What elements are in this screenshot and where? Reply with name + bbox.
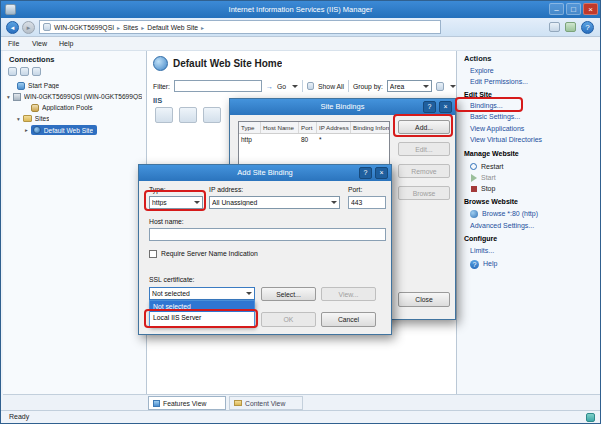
edit-button[interactable]: Edit... xyxy=(398,142,450,156)
breadcrumb-default-web-site[interactable]: Default Web Site xyxy=(147,24,198,31)
expand-icon[interactable]: ▾ xyxy=(7,94,10,100)
action-help[interactable]: Help xyxy=(483,260,497,267)
chevron-down-icon xyxy=(423,85,429,88)
menu-file[interactable]: File xyxy=(8,40,19,47)
view-style-icon[interactable] xyxy=(436,82,444,91)
ssl-certificate-select[interactable]: Not selected xyxy=(149,287,255,300)
column-header[interactable]: IP Address xyxy=(317,122,351,133)
ip-address-select[interactable]: All Unassigned xyxy=(209,196,340,209)
dialog-close-button[interactable]: × xyxy=(375,167,388,179)
connections-toolbar xyxy=(8,67,41,76)
tab-features-view[interactable]: Features View xyxy=(148,396,226,410)
maximize-button[interactable]: □ xyxy=(566,3,581,15)
cell-binding-info xyxy=(351,134,390,145)
tree-item-label: Sites xyxy=(35,115,50,122)
feature-icon[interactable] xyxy=(155,107,173,123)
dialog-help-button[interactable]: ? xyxy=(423,101,436,113)
breadcrumb-separator-icon: ▸ xyxy=(141,24,144,31)
feedback-icon[interactable] xyxy=(565,22,576,32)
ssl-certificate-value: Not selected xyxy=(152,290,244,297)
column-header[interactable]: Type xyxy=(239,122,261,133)
select-button[interactable]: Select... xyxy=(261,287,316,301)
table-row[interactable]: http 80 * xyxy=(239,134,389,145)
divider xyxy=(302,80,303,92)
action-explore[interactable]: Explore xyxy=(470,67,494,74)
breadcrumb-separator-icon: ▸ xyxy=(117,24,120,31)
stop-icon xyxy=(471,186,477,192)
section-heading: IIS xyxy=(153,96,162,105)
go-button[interactable]: Go xyxy=(277,83,286,90)
actions-group-manage-website: Manage Website xyxy=(464,150,519,157)
expand-icon[interactable]: ▾ xyxy=(17,116,20,122)
status-bar: Ready xyxy=(1,410,600,423)
view-button[interactable]: View... xyxy=(321,287,376,301)
connections-header: Connections xyxy=(9,55,54,64)
ok-button[interactable]: OK xyxy=(261,312,316,327)
column-header[interactable]: Binding Informa... xyxy=(351,122,390,133)
ssl-option-local-iis-server[interactable]: Local IIS Server xyxy=(150,312,254,323)
dialog-help-button[interactable]: ? xyxy=(359,167,372,179)
action-edit-permissions[interactable]: Edit Permissions... xyxy=(470,78,528,85)
actions-group-configure: Configure xyxy=(464,235,497,242)
breadcrumb[interactable]: WIN-0GKT5699QSI ▸ Sites ▸ Default Web Si… xyxy=(39,20,441,34)
action-view-virtual-directories[interactable]: View Virtual Directories xyxy=(470,136,542,143)
refresh-icon[interactable] xyxy=(32,67,41,76)
breadcrumb-server[interactable]: WIN-0GKT5699QSI xyxy=(54,24,114,31)
tree-item-sites[interactable]: ▾ Sites xyxy=(3,113,147,124)
port-input[interactable] xyxy=(348,196,386,209)
back-icon[interactable]: ◄ xyxy=(6,21,19,34)
action-limits[interactable]: Limits... xyxy=(470,247,494,254)
breadcrumb-sites[interactable]: Sites xyxy=(123,24,138,31)
column-header[interactable]: Port xyxy=(299,122,317,133)
close-button[interactable]: Close xyxy=(398,292,450,307)
sni-checkbox[interactable] xyxy=(149,250,157,258)
dialog-close-button[interactable]: × xyxy=(439,101,452,113)
action-basic-settings[interactable]: Basic Settings... xyxy=(470,113,520,120)
menu-view[interactable]: View xyxy=(32,40,47,47)
feature-icon[interactable] xyxy=(179,107,197,123)
window-switch-icon[interactable] xyxy=(549,22,560,32)
chevron-down-icon xyxy=(331,201,337,204)
go-icon[interactable]: → xyxy=(266,83,273,90)
close-button[interactable]: × xyxy=(583,3,598,15)
group-by-select[interactable]: Area xyxy=(387,80,432,92)
menu-help[interactable]: Help xyxy=(59,40,73,47)
host-name-input[interactable] xyxy=(149,228,386,241)
forward-icon[interactable]: ► xyxy=(22,21,35,34)
tree-item-application-pools[interactable]: Application Pools xyxy=(3,102,147,113)
cancel-button[interactable]: Cancel xyxy=(321,312,376,327)
remove-button[interactable]: Remove xyxy=(398,164,450,178)
save-connections-icon[interactable] xyxy=(8,67,17,76)
action-advanced-settings[interactable]: Advanced Settings... xyxy=(470,222,534,229)
type-select[interactable]: https xyxy=(149,196,203,209)
add-button[interactable]: Add... xyxy=(398,120,450,134)
help-icon[interactable]: ? xyxy=(581,21,594,34)
status-text: Ready xyxy=(9,413,29,420)
restart-icon xyxy=(470,163,477,170)
ip-address-value: All Unassigned xyxy=(212,199,329,206)
column-header[interactable]: Host Name xyxy=(261,122,299,133)
add-connection-icon[interactable] xyxy=(20,67,29,76)
action-stop[interactable]: Stop xyxy=(481,185,495,192)
filter-input[interactable] xyxy=(174,80,262,92)
site-icon xyxy=(33,126,41,134)
ssl-option-not-selected[interactable]: Not selected xyxy=(150,301,254,312)
action-view-applications[interactable]: View Applications xyxy=(470,125,524,132)
address-bar: ◄ ► WIN-0GKT5699QSI ▸ Sites ▸ Default We… xyxy=(1,18,600,37)
tree-item-server[interactable]: ▾ WIN-0GKT5699QSI (WIN-0GKT5699QSI\Ad xyxy=(3,91,147,102)
expand-icon[interactable]: ▸ xyxy=(25,127,28,133)
action-browse-80[interactable]: Browse *:80 (http) xyxy=(482,210,538,217)
tree-item-default-web-site[interactable]: ▸ Default Web Site xyxy=(3,124,147,136)
tree-item-start-page[interactable]: Start Page xyxy=(3,80,147,91)
tab-content-view[interactable]: Content View xyxy=(229,396,303,410)
minimize-button[interactable]: – xyxy=(549,3,564,15)
feature-icon[interactable] xyxy=(203,107,221,123)
ssl-certificate-dropdown-list: Not selected Local IIS Server xyxy=(149,300,255,327)
show-all-button[interactable]: Show All xyxy=(318,83,344,90)
action-start[interactable]: Start xyxy=(481,174,496,181)
action-bindings[interactable]: Bindings... xyxy=(470,102,503,109)
browse-button[interactable]: Browse xyxy=(398,186,450,200)
action-restart[interactable]: Restart xyxy=(481,163,504,170)
actions-group-edit-site: Edit Site xyxy=(464,91,492,98)
go-caret-icon[interactable] xyxy=(292,85,298,88)
